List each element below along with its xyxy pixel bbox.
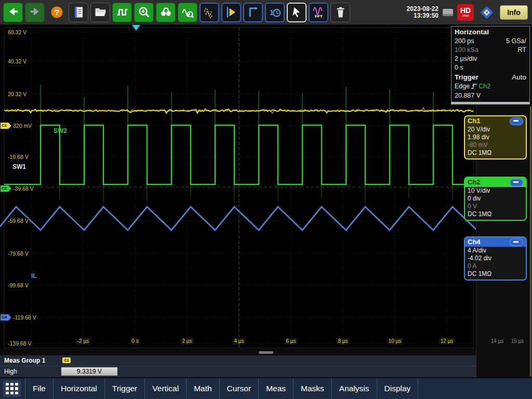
hd-mode-badge[interactable]: HD 16bit xyxy=(457,4,474,21)
timebase-icon[interactable]: 1 xyxy=(265,3,285,22)
undo-icon[interactable] xyxy=(3,3,23,22)
channel-position: -4.02 div xyxy=(468,255,523,262)
channel-badge-body: 20 V/div1.98 div-80 mVDC 1MΩ xyxy=(465,126,526,158)
menu-item-analysis[interactable]: Analysis xyxy=(332,378,377,399)
toolbar: ?1FFT 2023-08-22 13:39:50 HD 16bit Info xyxy=(0,0,532,25)
menu-item-cursor[interactable]: Cursor xyxy=(220,378,259,399)
channel-coupling: DC 1MΩ xyxy=(468,270,523,278)
svg-text:FFT: FFT xyxy=(315,14,323,19)
toolbar-right: 2023-08-22 13:39:50 HD 16bit Info xyxy=(407,4,532,21)
meas-source-chip: C1 xyxy=(62,357,71,363)
trace-label-il: IL xyxy=(31,272,37,280)
measurement-bar: Meas Group 1 C1 High 9.3319 V xyxy=(0,355,476,377)
voltage-axis-label: -79.68 V xyxy=(7,251,29,257)
menu-item-trigger[interactable]: Trigger xyxy=(105,378,145,399)
menu-items: FileHorizontalTriggerVerticalMathCursorM… xyxy=(25,378,418,399)
channel-name: Ch2 xyxy=(468,178,481,187)
sample-rate-value: 5 GSa/ xyxy=(506,37,526,46)
apps-grid-icon[interactable] xyxy=(3,380,21,397)
channel-badge-ch2[interactable]: Ch210 V/div0 div0 VDC 1MΩ xyxy=(464,177,527,221)
time-axis-label: 6 µs xyxy=(284,338,297,344)
info-button[interactable]: Info xyxy=(500,5,528,20)
record-length-value: 100 kSa xyxy=(455,46,478,55)
channel-coupling: DC 1MΩ xyxy=(468,210,523,218)
zoom-icon[interactable] xyxy=(134,3,154,22)
time-text: 13:39:50 xyxy=(407,12,438,19)
delete-icon[interactable] xyxy=(330,3,350,22)
time-axis-label: 12 µs xyxy=(439,338,455,344)
voltage-axis-label: -59.68 V xyxy=(7,218,29,224)
bottom-menu: FileHorizontalTriggerVerticalMathCursorM… xyxy=(0,377,532,399)
menu-item-vertical[interactable]: Vertical xyxy=(145,378,187,399)
voltage-axis-label: 60.32 V xyxy=(7,30,27,35)
meas-group-title[interactable]: Meas Group 1 xyxy=(4,357,45,364)
help-icon[interactable]: ? xyxy=(47,3,66,22)
voltage-axis-label: 320 mV xyxy=(12,123,32,129)
voltage-axis-label: -99.68 V xyxy=(7,283,29,288)
waveform-canvas xyxy=(0,25,476,349)
oscilloscope-app: ?1FFT 2023-08-22 13:39:50 HD 16bit Info xyxy=(0,0,532,399)
menu-item-meas[interactable]: Meas xyxy=(259,378,294,399)
voltage-axis-label: -119.68 V xyxy=(12,315,37,321)
channel-scale: 20 V/div xyxy=(468,126,523,134)
channel-badge-ch1[interactable]: Ch120 V/div1.98 div-80 mVDC 1MΩ xyxy=(464,115,527,159)
meas-name: High xyxy=(4,368,17,375)
menu-item-file[interactable]: File xyxy=(25,378,54,399)
voltage-axis-label: 20.32 V xyxy=(7,91,27,97)
acquisition-info-panel[interactable]: Horizontal 200 ps 5 GSa/ 100 kSa RT 2 µs… xyxy=(451,26,530,104)
cursor-icon[interactable] xyxy=(221,3,241,22)
channel-badge-ch4[interactable]: Ch44 A/div-4.02 div0 ADC 1MΩ xyxy=(464,236,527,281)
menu-item-display[interactable]: Display xyxy=(377,378,419,399)
trigger-source: Ch2 xyxy=(478,83,490,90)
time-axis-label: 14 µs xyxy=(489,338,506,344)
timebase-value: 2 µs/div xyxy=(455,55,477,63)
menu-item-masks[interactable]: Masks xyxy=(294,378,332,399)
measure-icon[interactable] xyxy=(243,3,263,22)
horizontal-panel-title: Horizontal xyxy=(455,27,526,37)
pointer-icon[interactable] xyxy=(287,3,307,22)
time-axis-label: 2 µs xyxy=(180,338,193,344)
right-edge-indicator xyxy=(530,107,531,377)
rising-edge-icon xyxy=(471,83,477,91)
trace-label-sw2: SW2 xyxy=(54,127,67,135)
redo-icon[interactable] xyxy=(25,3,45,22)
channel-position: 1.98 div xyxy=(468,134,523,141)
time-axis-label: 0 s xyxy=(130,338,140,344)
trigger-level-row: 20.887 V xyxy=(455,91,526,100)
meas-group-row: Meas Group 1 C1 xyxy=(0,355,476,366)
time-axis-label: 10 µs xyxy=(387,338,403,344)
menu-item-horizontal[interactable]: Horizontal xyxy=(54,378,105,399)
channel-toggle[interactable] xyxy=(510,238,523,246)
horizontal-scrollbar[interactable] xyxy=(0,349,476,355)
search-icon[interactable] xyxy=(156,3,176,22)
time-axis-label: 8 µs xyxy=(336,338,349,344)
position-row: 0 s xyxy=(455,63,526,72)
channel-toggle[interactable] xyxy=(510,117,523,125)
mask-test-icon[interactable] xyxy=(200,3,219,22)
fft-icon[interactable]: FFT xyxy=(309,3,328,22)
waveform-display[interactable]: 60.32 V40.32 V20.32 VC1320 mV-19.68 VC2-… xyxy=(0,25,476,349)
voltage-axis-label: -39.68 V xyxy=(12,186,34,192)
trigger-type-row: EdgeCh2 xyxy=(455,82,526,91)
waveform-zoom-icon[interactable] xyxy=(178,3,197,22)
resolution-row: 200 ps 5 GSa/ xyxy=(455,37,526,46)
channel-scale: 10 V/div xyxy=(468,187,523,195)
report-icon[interactable] xyxy=(69,3,88,22)
scrollbar-handle[interactable] xyxy=(259,351,273,354)
channel-name: Ch4 xyxy=(468,238,481,246)
open-icon[interactable] xyxy=(90,3,110,22)
svg-text:?: ? xyxy=(54,8,59,17)
channel-scale: 4 A/div xyxy=(468,247,523,255)
generator-icon[interactable] xyxy=(112,3,132,22)
keyboard-icon[interactable] xyxy=(443,9,453,16)
trigger-type: Edge xyxy=(455,83,470,90)
channel-position: 0 div xyxy=(468,195,523,203)
channel-badge-header: Ch2 xyxy=(465,178,526,187)
voltage-axis-label: -139.68 V xyxy=(7,341,32,347)
menu-item-math[interactable]: Math xyxy=(187,378,219,399)
voltage-axis-label: 40.32 V xyxy=(7,59,27,64)
time-axis-label: 15 µs xyxy=(510,338,526,344)
realtime-value: RT xyxy=(518,46,526,55)
channel-toggle[interactable] xyxy=(510,179,523,187)
channel-offset: 0 A xyxy=(468,262,523,270)
